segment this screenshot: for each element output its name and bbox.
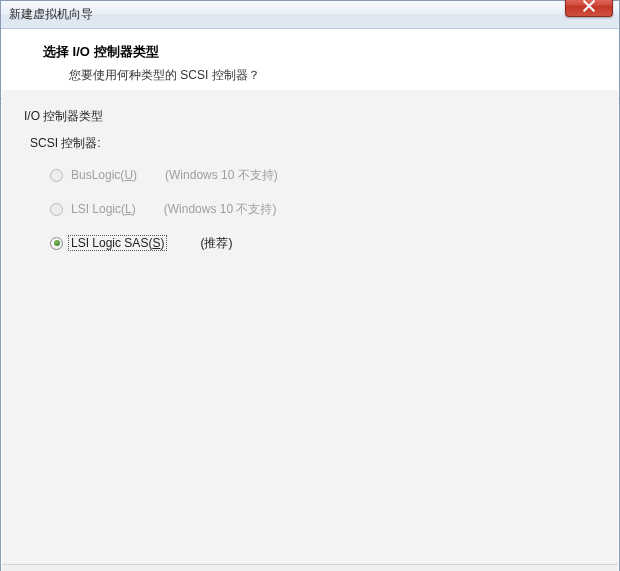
wizard-window: 新建虚拟机向导 选择 I/O 控制器类型 您要使用何种类型的 SCSI 控制器？… [0, 0, 620, 571]
wizard-body: I/O 控制器类型 SCSI 控制器: BusLogic(U) (Windows… [2, 89, 618, 564]
option-buslogic-label: BusLogic(U) [69, 168, 139, 182]
header-title: 选择 I/O 控制器类型 [43, 43, 597, 61]
radio-lsisas[interactable] [50, 237, 63, 250]
scsi-options: BusLogic(U) (Windows 10 不支持) LSI Logic(L… [50, 166, 596, 252]
io-controller-type-label: I/O 控制器类型 [24, 108, 596, 125]
close-button[interactable] [565, 0, 613, 17]
option-lsilogic: LSI Logic(L) (Windows 10 不支持) [50, 200, 596, 218]
header-subtitle: 您要使用何种类型的 SCSI 控制器？ [69, 67, 597, 84]
option-buslogic-note: (Windows 10 不支持) [165, 167, 278, 184]
option-buslogic: BusLogic(U) (Windows 10 不支持) [50, 166, 596, 184]
close-icon [583, 0, 595, 12]
option-lsilogic-label: LSI Logic(L) [69, 202, 138, 216]
option-lsisas-label: LSI Logic SAS(S) [69, 236, 166, 250]
option-lsilogic-note: (Windows 10 不支持) [164, 201, 277, 218]
window-title: 新建虚拟机向导 [9, 6, 93, 23]
option-lsisas-note: (推荐) [200, 235, 232, 252]
radio-buslogic [50, 169, 63, 182]
title-bar: 新建虚拟机向导 [1, 1, 619, 29]
wizard-footer: 帮助 < 上一步(B) 下一步(N) > 取消 [2, 564, 618, 571]
scsi-controller-label: SCSI 控制器: [30, 135, 596, 152]
radio-lsilogic [50, 203, 63, 216]
option-lsisas[interactable]: LSI Logic SAS(S) (推荐) [50, 234, 596, 252]
